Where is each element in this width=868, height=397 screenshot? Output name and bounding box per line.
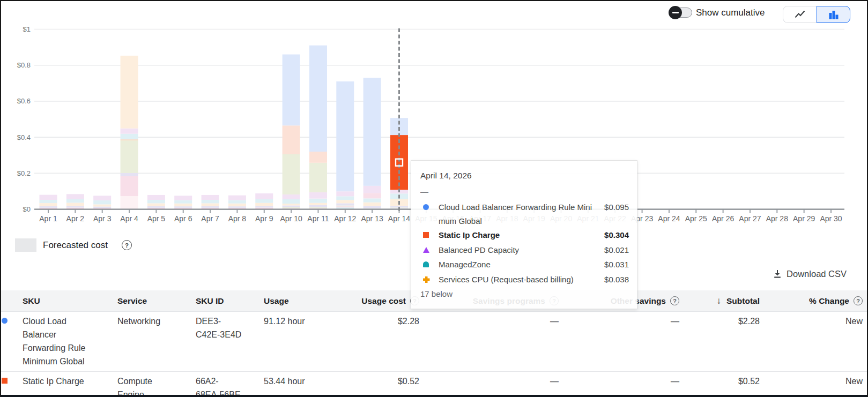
tooltip-total-dash: —: [420, 185, 428, 198]
line-chart-button[interactable]: [783, 6, 817, 23]
bar-segment[interactable]: [283, 207, 300, 208]
bar-segment[interactable]: [147, 203, 165, 206]
stacked-bar[interactable]: [363, 78, 381, 209]
bar-segment[interactable]: [336, 203, 354, 205]
bar-segment[interactable]: [336, 206, 354, 207]
bar-segment[interactable]: [174, 206, 192, 208]
bar-segment[interactable]: [363, 203, 381, 206]
download-csv-button[interactable]: Download CSV: [773, 268, 847, 280]
stacked-bar[interactable]: [202, 195, 219, 209]
bar-segment[interactable]: [336, 196, 354, 200]
column-header-subtotal[interactable]: ↓Subtotal: [682, 290, 760, 311]
other-savings-help-icon[interactable]: [670, 296, 679, 305]
bar-segment[interactable]: [255, 206, 273, 207]
bar-segment[interactable]: [121, 140, 138, 173]
bar-segment[interactable]: [121, 129, 138, 134]
bar-segment[interactable]: [336, 81, 354, 191]
bar-segment[interactable]: [93, 196, 111, 200]
bar-segment[interactable]: [121, 134, 138, 139]
bar-segment[interactable]: [40, 195, 57, 200]
show-cumulative-toggle[interactable]: [672, 8, 692, 18]
bar-segment[interactable]: [147, 206, 165, 208]
column-header-usage[interactable]: Usage: [264, 290, 328, 311]
stacked-bar[interactable]: [255, 193, 273, 209]
highlighted-bar-segment[interactable]: [390, 135, 408, 190]
bar-segment[interactable]: [121, 56, 138, 129]
bar-segment[interactable]: [40, 206, 57, 208]
bar-segment[interactable]: [336, 200, 354, 203]
bar-chart-button[interactable]: [817, 6, 850, 23]
bar-segment[interactable]: [255, 203, 273, 206]
bar-segment[interactable]: [283, 205, 300, 207]
bar-segment[interactable]: [121, 176, 138, 196]
stacked-bar[interactable]: [228, 196, 246, 209]
bar-segment[interactable]: [283, 194, 300, 199]
column-header-pct-change[interactable]: % Change: [773, 290, 863, 311]
bar-segment[interactable]: [309, 205, 327, 207]
stacked-bar[interactable]: [93, 196, 111, 209]
bar-segment[interactable]: [228, 204, 246, 206]
bar-segment[interactable]: [363, 198, 381, 202]
stacked-bar[interactable]: [309, 46, 327, 209]
bar-segment[interactable]: [309, 192, 327, 199]
bar-segment[interactable]: [66, 194, 84, 199]
bar-segment[interactable]: [309, 199, 327, 203]
bar-segment[interactable]: [40, 203, 57, 206]
bar-segment[interactable]: [228, 206, 246, 208]
bar-segment[interactable]: [283, 154, 300, 194]
bar-segment[interactable]: [283, 204, 300, 205]
stacked-bar[interactable]: [40, 195, 57, 209]
column-header-sku[interactable]: SKU: [23, 290, 91, 311]
stacked-bar[interactable]: [147, 195, 165, 209]
stacked-bar[interactable]: [336, 81, 354, 209]
bar-segment[interactable]: [309, 152, 327, 163]
bar-segment[interactable]: [390, 206, 408, 207]
pct-change-help-icon[interactable]: [854, 296, 863, 305]
column-header-service[interactable]: Service: [117, 290, 167, 311]
bar-segment[interactable]: [363, 193, 381, 198]
bar-segment[interactable]: [309, 203, 327, 205]
bar-segment[interactable]: [363, 78, 381, 186]
column-header-sku-id[interactable]: SKU ID: [196, 290, 242, 311]
bar-segment[interactable]: [121, 139, 138, 140]
bar-segment[interactable]: [93, 204, 111, 206]
bar-segment[interactable]: [255, 199, 273, 203]
bar-segment[interactable]: [228, 200, 246, 204]
bar-segment[interactable]: [40, 200, 57, 203]
stacked-bar[interactable]: [283, 55, 300, 209]
bar-segment[interactable]: [336, 205, 354, 206]
bar-segment[interactable]: [309, 207, 327, 208]
column-header-usage-cost[interactable]: Usage cost: [328, 290, 419, 311]
bar-segment[interactable]: [283, 55, 300, 126]
bar-segment[interactable]: [283, 125, 300, 154]
bar-segment[interactable]: [202, 195, 219, 200]
stacked-bar[interactable]: [66, 194, 84, 209]
bar-segment[interactable]: [66, 203, 84, 206]
forecast-help-icon[interactable]: [122, 240, 132, 250]
bar-segment[interactable]: [66, 199, 84, 203]
stacked-bar[interactable]: [174, 196, 192, 209]
bar-segment[interactable]: [202, 200, 219, 203]
bar-segment[interactable]: [336, 191, 354, 196]
bar-segment[interactable]: [93, 200, 111, 204]
bar-segment[interactable]: [174, 200, 192, 204]
bar-segment[interactable]: [174, 196, 192, 200]
bar-segment[interactable]: [202, 206, 219, 208]
bar-segment[interactable]: [283, 199, 300, 204]
bar-segment[interactable]: [202, 203, 219, 206]
bar-segment[interactable]: [363, 206, 381, 208]
bar-segment[interactable]: [93, 206, 111, 208]
stacked-bar[interactable]: [121, 56, 138, 209]
bar-segment[interactable]: [228, 196, 246, 200]
bar-segment[interactable]: [255, 193, 273, 199]
bar-segment[interactable]: [174, 204, 192, 206]
bar-segment[interactable]: [309, 163, 327, 192]
bar-segment[interactable]: [390, 118, 408, 135]
bar-segment[interactable]: [309, 46, 327, 152]
bar-segment[interactable]: [147, 200, 165, 203]
bar-segment[interactable]: [66, 206, 84, 207]
bar-segment[interactable]: [147, 195, 165, 200]
bar-segment[interactable]: [121, 173, 138, 176]
bar-segment[interactable]: [363, 186, 381, 193]
bar-segment[interactable]: [121, 196, 138, 209]
